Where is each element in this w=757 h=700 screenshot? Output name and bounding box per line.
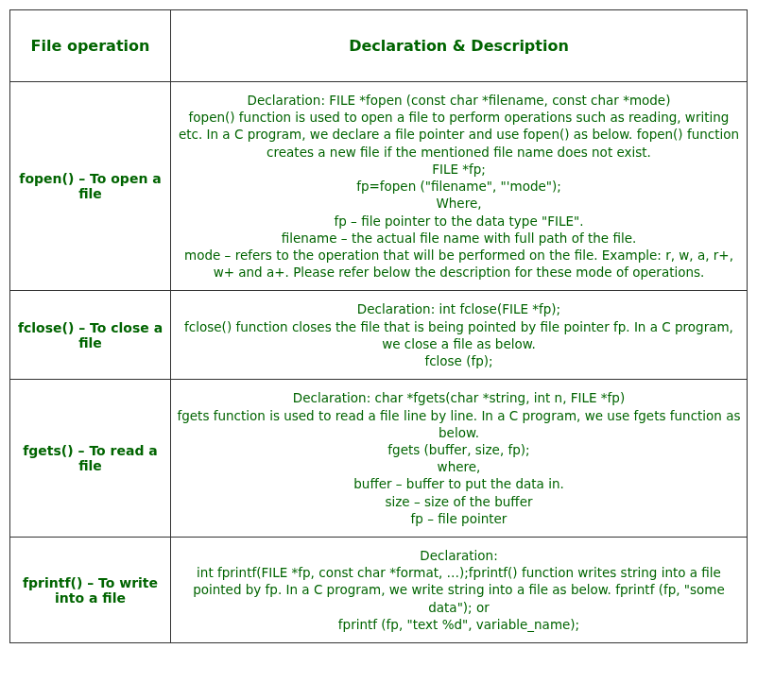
description-line: fp – file pointer bbox=[177, 510, 741, 527]
table-row: fopen() – To open a fileDeclaration: FIL… bbox=[10, 82, 748, 291]
description-line: Declaration: int fclose(FILE *fp); bbox=[177, 300, 741, 317]
header-file-operation: File operation bbox=[10, 10, 171, 82]
description-line: fgets function is used to read a file li… bbox=[177, 407, 741, 441]
operation-cell: fopen() – To open a file bbox=[10, 82, 171, 291]
description-cell: Declaration: int fclose(FILE *fp);fclose… bbox=[171, 291, 748, 380]
operation-cell: fprintf() – To write into a file bbox=[10, 538, 171, 643]
description-line: mode – refers to the operation that will… bbox=[177, 247, 741, 281]
description-cell: Declaration: FILE *fopen (const char *fi… bbox=[171, 82, 748, 291]
description-line: fclose() function closes the file that i… bbox=[177, 318, 741, 352]
operation-cell: fgets() – To read a file bbox=[10, 380, 171, 538]
description-line: fp=fopen ("filename", "'mode"); bbox=[177, 178, 741, 195]
description-line: Declaration: bbox=[177, 547, 741, 564]
description-cell: Declaration: char *fgets(char *string, i… bbox=[171, 380, 748, 538]
file-operations-table: File operation Declaration & Description… bbox=[9, 9, 748, 643]
table-row: fgets() – To read a fileDeclaration: cha… bbox=[10, 380, 748, 538]
description-line: Declaration: FILE *fopen (const char *fi… bbox=[177, 92, 741, 109]
description-line: fprintf (fp, "text %d", variable_name); bbox=[177, 616, 741, 633]
description-line: fgets (buffer, size, fp); bbox=[177, 441, 741, 458]
description-line: Where, bbox=[177, 195, 741, 212]
table-body: fopen() – To open a fileDeclaration: FIL… bbox=[10, 82, 748, 643]
description-cell: Declaration:int fprintf(FILE *fp, const … bbox=[171, 538, 748, 643]
operation-cell: fclose() – To close a file bbox=[10, 291, 171, 380]
description-line: buffer – buffer to put the data in. bbox=[177, 475, 741, 492]
description-line: fp – file pointer to the data type "FILE… bbox=[177, 213, 741, 230]
description-line: FILE *fp; bbox=[177, 161, 741, 178]
table-row: fprintf() – To write into a fileDeclarat… bbox=[10, 538, 748, 643]
description-line: filename – the actual file name with ful… bbox=[177, 230, 741, 247]
table-row: fclose() – To close a fileDeclaration: i… bbox=[10, 291, 748, 380]
description-line: size – size of the buffer bbox=[177, 493, 741, 510]
description-line: fopen() function is used to open a file … bbox=[177, 109, 741, 161]
description-line: int fprintf(FILE *fp, const char *format… bbox=[177, 564, 741, 616]
description-line: Declaration: char *fgets(char *string, i… bbox=[177, 389, 741, 406]
description-line: where, bbox=[177, 458, 741, 475]
table-header-row: File operation Declaration & Description bbox=[10, 10, 748, 82]
description-line: fclose (fp); bbox=[177, 352, 741, 369]
header-declaration-description: Declaration & Description bbox=[171, 10, 748, 82]
